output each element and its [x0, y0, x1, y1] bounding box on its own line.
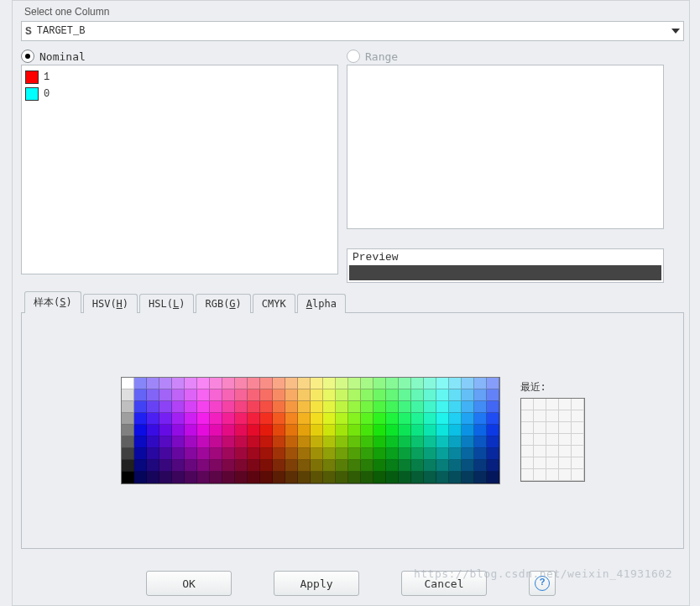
swatch-cell[interactable] — [487, 460, 499, 472]
swatch-cell[interactable] — [210, 378, 222, 389]
swatch-cell[interactable] — [285, 436, 298, 448]
swatch-cell[interactable] — [273, 401, 285, 413]
swatch-cell[interactable] — [336, 436, 348, 448]
swatch-cell[interactable] — [386, 460, 399, 472]
recent-cell[interactable] — [521, 399, 534, 410]
swatch-cell[interactable] — [374, 460, 386, 472]
swatch-cell[interactable] — [147, 378, 159, 389]
swatch-cell[interactable] — [210, 448, 222, 460]
swatch-cell[interactable] — [449, 436, 462, 448]
swatch-cell[interactable] — [260, 401, 273, 413]
swatch-cell[interactable] — [424, 413, 436, 425]
swatch-cell[interactable] — [311, 460, 323, 472]
swatch-cell[interactable] — [248, 472, 260, 483]
swatch-cell[interactable] — [474, 413, 487, 425]
swatch-cell[interactable] — [436, 425, 449, 436]
swatch-cell[interactable] — [474, 460, 487, 472]
swatch-cell[interactable] — [159, 460, 172, 472]
swatch-cell[interactable] — [172, 425, 185, 436]
tab-hsv[interactable]: HSV(H) — [83, 294, 138, 313]
swatch-cell[interactable] — [436, 413, 449, 425]
swatch-cell[interactable] — [185, 460, 197, 472]
recent-cell[interactable] — [546, 446, 559, 457]
swatch-cell[interactable] — [122, 436, 134, 448]
swatch-cell[interactable] — [172, 436, 185, 448]
swatch-cell[interactable] — [361, 472, 374, 483]
recent-cell[interactable] — [572, 434, 584, 446]
swatch-cell[interactable] — [235, 401, 248, 413]
swatch-cell[interactable] — [336, 448, 348, 460]
swatch-cell[interactable] — [285, 425, 298, 436]
swatch-cell[interactable] — [210, 425, 222, 436]
swatch-cell[interactable] — [436, 378, 449, 389]
swatch-cell[interactable] — [323, 401, 336, 413]
swatch-cell[interactable] — [285, 401, 298, 413]
cancel-button[interactable]: Cancel — [401, 571, 487, 596]
swatch-cell[interactable] — [386, 378, 399, 389]
swatch-cell[interactable] — [323, 448, 336, 460]
swatch-cell[interactable] — [260, 472, 273, 483]
swatch-cell[interactable] — [374, 472, 386, 483]
swatch-cell[interactable] — [386, 425, 399, 436]
swatch-cell[interactable] — [197, 413, 210, 425]
swatch-cell[interactable] — [122, 448, 134, 460]
swatch-cell[interactable] — [424, 436, 436, 448]
recent-cell[interactable] — [521, 434, 534, 446]
swatch-cell[interactable] — [386, 448, 399, 460]
recent-grid[interactable] — [520, 398, 585, 482]
swatch-cell[interactable] — [235, 389, 248, 401]
swatch-cell[interactable] — [386, 401, 399, 413]
swatch-cell[interactable] — [374, 425, 386, 436]
swatch-cell[interactable] — [462, 460, 474, 472]
swatch-cell[interactable] — [159, 472, 172, 483]
nominal-radio-row[interactable]: Nominal — [21, 50, 338, 63]
swatch-cell[interactable] — [374, 436, 386, 448]
swatch-cell[interactable] — [185, 389, 197, 401]
swatch-cell[interactable] — [172, 413, 185, 425]
swatch-cell[interactable] — [487, 413, 499, 425]
swatch-cell[interactable] — [273, 425, 285, 436]
swatch-cell[interactable] — [172, 401, 185, 413]
swatch-cell[interactable] — [298, 472, 311, 483]
swatch-cell[interactable] — [399, 436, 411, 448]
recent-cell[interactable] — [521, 422, 534, 434]
swatch-cell[interactable] — [449, 413, 462, 425]
swatch-cell[interactable] — [185, 436, 197, 448]
recent-cell[interactable] — [572, 446, 584, 457]
swatch-cell[interactable] — [185, 425, 197, 436]
swatch-cell[interactable] — [411, 413, 424, 425]
swatch-cell[interactable] — [474, 472, 487, 483]
swatch-cell[interactable] — [172, 389, 185, 401]
swatch-cell[interactable] — [222, 425, 235, 436]
swatch-cell[interactable] — [424, 448, 436, 460]
swatch-cell[interactable] — [273, 378, 285, 389]
recent-cell[interactable] — [534, 434, 546, 446]
swatch-cell[interactable] — [285, 389, 298, 401]
swatch-cell[interactable] — [361, 448, 374, 460]
swatch-cell[interactable] — [462, 472, 474, 483]
swatch-cell[interactable] — [424, 401, 436, 413]
swatch-cell[interactable] — [336, 425, 348, 436]
swatch-cell[interactable] — [374, 389, 386, 401]
swatch-cell[interactable] — [424, 460, 436, 472]
swatch-cell[interactable] — [134, 472, 147, 483]
swatch-cell[interactable] — [348, 401, 361, 413]
ok-button[interactable]: OK — [146, 571, 232, 596]
swatch-cell[interactable] — [147, 448, 159, 460]
swatch-cell[interactable] — [134, 448, 147, 460]
swatch-cell[interactable] — [487, 436, 499, 448]
swatch-cell[interactable] — [222, 436, 235, 448]
swatch-cell[interactable] — [159, 413, 172, 425]
swatch-cell[interactable] — [159, 389, 172, 401]
swatch-cell[interactable] — [235, 448, 248, 460]
recent-cell[interactable] — [521, 469, 534, 481]
swatch-cell[interactable] — [311, 401, 323, 413]
swatch-cell[interactable] — [336, 460, 348, 472]
swatch-cell[interactable] — [159, 378, 172, 389]
swatch-cell[interactable] — [122, 460, 134, 472]
swatch-cell[interactable] — [374, 413, 386, 425]
swatch-cell[interactable] — [222, 389, 235, 401]
swatch-cell[interactable] — [374, 378, 386, 389]
swatch-cell[interactable] — [134, 436, 147, 448]
swatch-cell[interactable] — [134, 401, 147, 413]
